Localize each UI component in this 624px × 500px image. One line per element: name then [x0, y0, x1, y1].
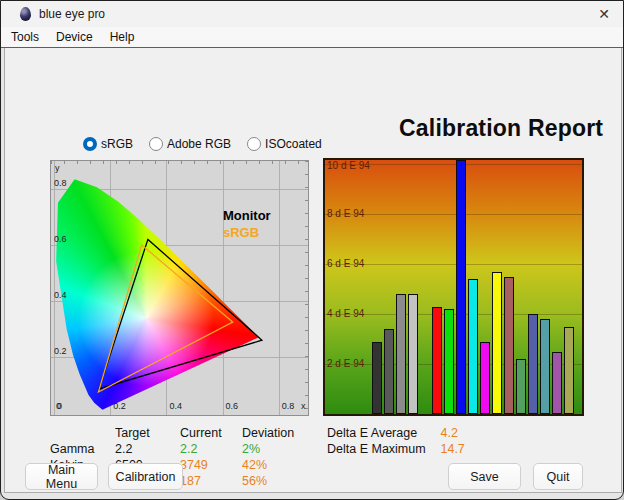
cie-xtick-label: 0.4 — [169, 401, 182, 411]
client-area: sRGBAdobe RGBISOcoated Calibration Repor… — [4, 48, 622, 493]
cie-xtick-label: 0.2 — [113, 401, 126, 411]
gamut-triangle-srgb — [98, 245, 232, 392]
delta-e-maximum-label: Delta E Maximum — [327, 441, 437, 457]
delta-e-maximum-row: Delta E Maximum 14.7 — [327, 441, 465, 457]
page-title: Calibration Report — [399, 115, 603, 142]
delta-e-bar-gray-mid-light — [396, 294, 406, 414]
chromaticity-diagram: 00.20.40.60.8x0.20.40.60.8y0 MonitorsRGB — [50, 160, 309, 416]
delta-e-bar-cyan — [468, 279, 478, 414]
menu-bar: ToolsDeviceHelp — [1, 27, 623, 48]
delta-e-maximum-value: 14.7 — [440, 442, 464, 456]
radio-option-srgb[interactable]: sRGB — [83, 137, 133, 151]
delta-e-average-label: Delta E Average — [327, 425, 437, 441]
metrics-header-row: TargetCurrentDeviation — [50, 425, 294, 441]
delta-e-summary: Delta E Average 4.2 Delta E Maximum 14.7 — [327, 425, 465, 457]
quit-button[interactable]: Quit — [533, 463, 583, 490]
profile-radio-group: sRGBAdobe RGBISOcoated — [83, 137, 322, 151]
metric-deviation: 56% — [242, 473, 267, 489]
delta-e-chart: 2 d E 944 d E 946 d E 948 d E 9410 d E 9… — [323, 158, 584, 416]
delta-e-axis-label: 4 d E 94 — [327, 308, 364, 319]
delta-e-axis-label: 2 d E 94 — [327, 358, 364, 369]
metrics-header-deviation: Deviation — [242, 425, 294, 441]
app-window: blue eye pro ✕ ToolsDeviceHelp sRGBAdobe… — [0, 0, 624, 500]
gamut-triangle-monitor — [99, 239, 262, 389]
radio-label: sRGB — [101, 137, 133, 151]
gamut-legend: MonitorsRGB — [223, 207, 271, 241]
close-icon[interactable]: ✕ — [593, 4, 615, 24]
metric-target: 2.2 — [115, 441, 180, 457]
radio-option-adobe-rgb[interactable]: Adobe RGB — [149, 137, 231, 151]
menu-item-device[interactable]: Device — [54, 29, 95, 45]
delta-e-bar-green — [444, 309, 454, 414]
delta-e-bar-slate-blue — [528, 314, 538, 414]
metric-current: 3749 — [180, 457, 242, 473]
delta-e-average-value: 4.2 — [440, 426, 457, 440]
metrics-row-gamma: Gamma2.22.22% — [50, 441, 294, 457]
delta-e-bar-yellow — [492, 272, 502, 415]
delta-e-bar-purple — [552, 352, 562, 415]
delta-e-axis-label: 6 d E 94 — [327, 258, 364, 269]
delta-e-bar-blue — [456, 160, 466, 414]
delta-e-bar-gray-dark — [372, 342, 382, 415]
save-button[interactable]: Save — [448, 463, 521, 490]
cie-xtick-label: 0.6 — [226, 401, 239, 411]
metric-current: 187 — [180, 473, 242, 489]
delta-e-bar-red — [432, 307, 442, 415]
main-menu-button[interactable]: Main Menu — [25, 463, 98, 490]
radio-unselected-icon[interactable] — [247, 137, 261, 151]
radio-unselected-icon[interactable] — [149, 137, 163, 151]
app-eye-icon — [20, 7, 31, 21]
legend-entry-monitor: Monitor — [223, 207, 271, 224]
legend-entry-srgb: sRGB — [223, 224, 271, 241]
metrics-header-target: Target — [115, 425, 180, 441]
cie-origin-label: 0 — [56, 401, 61, 411]
cie-xaxis-label: x — [301, 401, 306, 411]
radio-label: ISOcoated — [265, 137, 322, 151]
delta-e-bar-brown — [504, 277, 514, 415]
delta-e-average-row: Delta E Average 4.2 — [327, 425, 465, 441]
cie-ytick-label: 0.6 — [54, 234, 67, 244]
delta-e-axis-label: 8 d E 94 — [327, 208, 364, 219]
delta-e-bar-magenta — [480, 342, 490, 415]
cie-ytick-label: 0.4 — [54, 290, 67, 300]
radio-selected-icon[interactable] — [83, 137, 97, 151]
delta-e-bar-gray-mid-dark — [384, 329, 394, 414]
delta-e-bar-olive — [564, 327, 574, 415]
window-title: blue eye pro — [39, 7, 105, 21]
metric-deviation: 42% — [242, 457, 267, 473]
menu-item-help[interactable]: Help — [108, 29, 137, 45]
metrics-header-current: Current — [180, 425, 242, 441]
delta-e-bar-gray-light — [408, 294, 418, 414]
gamut-triangles — [51, 161, 309, 416]
metric-label: Gamma — [50, 441, 115, 457]
cie-ytick-label: 0.8 — [54, 178, 67, 188]
metric-deviation: 2% — [242, 441, 260, 457]
cie-xtick-label: 0.8 — [282, 401, 295, 411]
title-bar: blue eye pro ✕ — [1, 1, 623, 27]
delta-e-bar-sea-green — [516, 359, 526, 414]
menu-item-tools[interactable]: Tools — [9, 29, 41, 45]
radio-label: Adobe RGB — [167, 137, 231, 151]
delta-e-bar-teal — [540, 319, 550, 414]
radio-option-isocoated[interactable]: ISOcoated — [247, 137, 322, 151]
delta-e-axis-label: 10 d E 94 — [327, 160, 370, 171]
cie-yaxis-label: y — [55, 163, 60, 173]
metric-current: 2.2 — [180, 441, 242, 457]
cie-ytick-label: 0.2 — [54, 346, 67, 356]
calibration-button[interactable]: Calibration — [108, 463, 183, 490]
